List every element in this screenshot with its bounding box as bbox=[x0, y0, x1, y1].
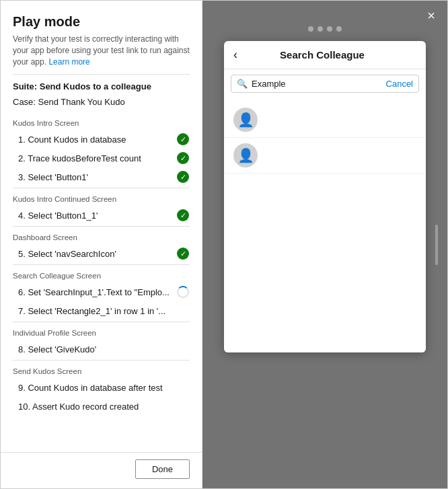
step-3-icon: ✓ bbox=[176, 170, 190, 184]
result-item-1[interactable]: 👤 bbox=[224, 102, 426, 138]
step-2-icon: ✓ bbox=[176, 151, 190, 165]
screen-label-0: Kudos Intro Screen bbox=[13, 116, 190, 127]
search-input-value[interactable]: Example bbox=[252, 79, 382, 89]
step-4-text: 4. Select 'Button1_1' bbox=[18, 211, 171, 221]
step-6-icon bbox=[176, 285, 190, 299]
left-header: Play mode Verify that your test is corre… bbox=[1, 1, 202, 74]
screen-group-1: Kudos Intro Continued Screen 4. Select '… bbox=[1, 188, 202, 226]
close-button[interactable]: × bbox=[424, 7, 438, 24]
step-6: 6. Set 'SearchInput_1'.Text to "Emplo... bbox=[13, 283, 190, 301]
left-panel: Play mode Verify that your test is corre… bbox=[1, 1, 202, 488]
search-bar: 🔍 Example Cancel bbox=[231, 75, 419, 93]
avatar-1: 👤 bbox=[233, 108, 258, 132]
step-2: 2. Trace kudosBeforeTest count ✓ bbox=[13, 149, 190, 167]
step-1: 1. Count Kudos in database ✓ bbox=[13, 130, 190, 149]
avatar-2: 👤 bbox=[233, 143, 258, 167]
spinner-icon bbox=[177, 286, 189, 298]
step-5-icon: ✓ bbox=[176, 247, 190, 260]
step-9-text: 9. Count Kudos in database after test bbox=[18, 383, 171, 393]
dot-3 bbox=[327, 26, 332, 32]
suite-title: Suite: Send Kudos to a colleague bbox=[1, 75, 202, 96]
case-title: Case: Send Thank You Kudo bbox=[1, 96, 202, 112]
step-10-text: 10. Assert Kudo record created bbox=[18, 402, 171, 412]
modal-title: Play mode bbox=[13, 14, 190, 30]
dot-2 bbox=[318, 26, 323, 32]
modal-description: Verify that your test is correctly inter… bbox=[13, 34, 190, 67]
screen-group-0: Kudos Intro Screen 1. Count Kudos in dat… bbox=[1, 112, 202, 188]
step-7-text: 7. Select 'Rectangle2_1' in row 1 in '..… bbox=[18, 306, 171, 316]
screen-group-2: Dashboard Screen 5. Select 'navSearchIco… bbox=[1, 227, 202, 264]
step-3-text: 3. Select 'Button1' bbox=[18, 172, 171, 182]
screen-group-5: Send Kudos Screen 9. Count Kudos in data… bbox=[1, 361, 202, 417]
dots-row bbox=[308, 26, 342, 32]
step-5-text: 5. Select 'navSearchIcon' bbox=[18, 249, 171, 259]
back-arrow-icon[interactable]: ‹ bbox=[233, 48, 237, 62]
result-item-2[interactable]: 👤 bbox=[224, 138, 426, 174]
check-icon-3: ✓ bbox=[177, 171, 189, 183]
learn-more-link[interactable]: Learn more bbox=[48, 57, 89, 67]
steps-scroll-area: Kudos Intro Screen 1. Count Kudos in dat… bbox=[1, 112, 202, 452]
phone-frame: ‹ Search Colleague 🔍 Example Cancel 👤 👤 bbox=[224, 41, 426, 352]
screen-group-4: Individual Profile Screen 8. Select 'Giv… bbox=[1, 322, 202, 360]
step-8-text: 8. Select 'GiveKudo' bbox=[18, 344, 171, 354]
screen-label-3: Search Colleague Screen bbox=[13, 269, 190, 280]
result-list: 👤 👤 bbox=[224, 98, 426, 178]
step-5: 5. Select 'navSearchIcon' ✓ bbox=[13, 244, 190, 263]
phone-screen-title: Search Colleague bbox=[244, 49, 400, 61]
step-8: 8. Select 'GiveKudo' bbox=[13, 340, 190, 359]
check-icon-5: ✓ bbox=[177, 248, 189, 260]
modal-container: Play mode Verify that your test is corre… bbox=[0, 0, 448, 489]
search-icon: 🔍 bbox=[237, 79, 248, 89]
check-icon: ✓ bbox=[177, 133, 189, 145]
screen-label-4: Individual Profile Screen bbox=[13, 326, 190, 337]
step-1-text: 1. Count Kudos in database bbox=[18, 135, 171, 145]
step-4: 4. Select 'Button1_1' ✓ bbox=[13, 206, 190, 225]
step-9: 9. Count Kudos in database after test bbox=[13, 378, 190, 397]
step-7-icon bbox=[176, 304, 190, 317]
left-footer: Done bbox=[1, 452, 202, 488]
step-3: 3. Select 'Button1' ✓ bbox=[13, 167, 190, 186]
phone-spacer bbox=[224, 178, 426, 352]
step-8-icon bbox=[176, 342, 190, 356]
screen-label-5: Send Kudos Screen bbox=[13, 365, 190, 375]
right-top-bar: × bbox=[202, 1, 447, 24]
step-4-icon: ✓ bbox=[176, 209, 190, 222]
screen-group-3: Search Colleague Screen 6. Set 'SearchIn… bbox=[1, 265, 202, 322]
step-10: 10. Assert Kudo record created bbox=[13, 397, 190, 416]
phone-header: ‹ Search Colleague bbox=[224, 41, 426, 69]
step-2-text: 2. Trace kudosBeforeTest count bbox=[18, 153, 171, 163]
cancel-link[interactable]: Cancel bbox=[386, 79, 413, 89]
dot-1 bbox=[308, 26, 313, 32]
dot-4 bbox=[336, 26, 342, 32]
step-9-icon bbox=[176, 381, 190, 394]
step-7: 7. Select 'Rectangle2_1' in row 1 in '..… bbox=[13, 301, 190, 320]
step-1-icon: ✓ bbox=[176, 133, 190, 146]
user-icon-2: 👤 bbox=[237, 147, 254, 163]
right-panel: × ‹ Search Colleague 🔍 Example Cancel � bbox=[202, 1, 447, 488]
user-icon-1: 👤 bbox=[237, 112, 254, 128]
done-button[interactable]: Done bbox=[135, 459, 190, 479]
screen-label-1: Kudos Intro Continued Screen bbox=[13, 192, 190, 203]
step-6-text: 6. Set 'SearchInput_1'.Text to "Emplo... bbox=[18, 287, 171, 297]
screen-label-2: Dashboard Screen bbox=[13, 231, 190, 241]
check-icon-4: ✓ bbox=[177, 209, 189, 221]
scroll-indicator bbox=[435, 225, 438, 265]
check-icon-2: ✓ bbox=[177, 152, 189, 164]
step-10-icon bbox=[176, 400, 190, 413]
